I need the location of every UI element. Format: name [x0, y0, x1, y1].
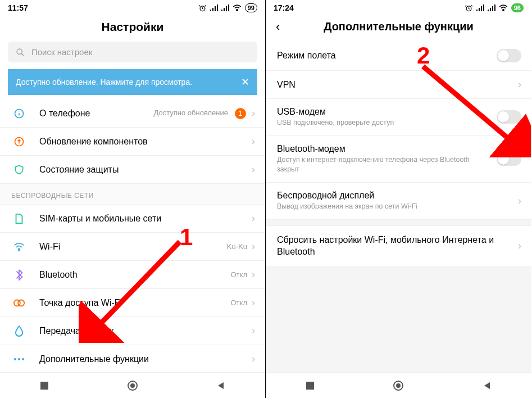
signal-icon-2 [221, 4, 229, 11]
svg-rect-11 [40, 382, 48, 390]
battery-badge: 99 [245, 3, 257, 12]
wifi-icon [233, 4, 242, 11]
row-title: Точка доступа Wi-Fi [39, 298, 231, 308]
close-icon[interactable]: ✕ [241, 76, 249, 88]
chevron-right-icon: › [252, 297, 255, 309]
row-title: SIM-карты и мобильные сети [39, 214, 252, 224]
chevron-right-icon: › [252, 107, 255, 119]
svg-point-10 [22, 358, 24, 360]
row-bt-modem[interactable]: Bluetooth-модем Доступ к интернет-подклю… [266, 136, 531, 183]
chevron-right-icon: › [252, 269, 255, 281]
nav-home-button[interactable] [126, 379, 139, 392]
usb-toggle[interactable] [497, 110, 521, 124]
update-banner-text: Доступно обновление. Нажмите для просмот… [16, 78, 192, 87]
row-title: О телефоне [39, 108, 153, 119]
sim-icon [11, 213, 27, 224]
chevron-right-icon: › [252, 353, 255, 365]
row-value: Откл [231, 298, 248, 307]
row-title: Bluetooth-модем [277, 144, 492, 154]
alarm-icon [465, 4, 473, 12]
row-sub: Доступ к интернет-подключению телефона ч… [277, 155, 492, 174]
update-banner[interactable]: Доступно обновление. Нажмите для просмот… [8, 69, 257, 95]
search-placeholder: Поиск настроек [31, 47, 92, 57]
row-airplane[interactable]: Режим полета [266, 41, 531, 71]
row-title: Беспроводной дисплей [277, 191, 518, 201]
status-time: 11:57 [8, 3, 28, 12]
row-title: Обновление компонентов [39, 137, 252, 147]
battery-badge: 96 [511, 3, 524, 12]
row-usb-modem[interactable]: USB-модем USB подключено, проверьте дост… [266, 99, 531, 136]
header: ‹ Дополнительные функции [266, 16, 531, 41]
svg-point-7 [18, 300, 24, 306]
nav-bar [266, 372, 531, 398]
svg-point-2 [17, 49, 22, 54]
svg-point-18 [396, 383, 401, 388]
signal-icon-1 [476, 4, 484, 11]
row-title: Bluetooth [39, 270, 231, 280]
nav-recent-button[interactable] [38, 379, 51, 392]
airplane-toggle[interactable] [497, 49, 521, 62]
svg-point-9 [18, 358, 20, 360]
row-title: Wi-Fi [39, 242, 227, 252]
row-sub: Доступно обновление [153, 108, 228, 117]
row-wireless-display[interactable]: Беспроводной дисплей Вывод изображения н… [266, 183, 531, 219]
row-title: Сбросить настройки Wi-Fi, мобильного Инт… [277, 234, 518, 258]
row-data-usage[interactable]: Передача данных › [0, 317, 265, 345]
row-sub: Вывод изображения на экран по сети Wi-Fi [277, 202, 518, 211]
more-icon [11, 358, 27, 361]
row-title: Дополнительные функции [39, 354, 252, 364]
row-hotspot[interactable]: Точка доступа Wi-Fi Откл › [0, 289, 265, 317]
section-header-wireless: БЕСПРОВОДНЫЕ СЕТИ [0, 183, 265, 205]
row-value: Ku-Ku [227, 242, 247, 251]
nav-back-button[interactable] [215, 379, 227, 392]
svg-point-8 [14, 358, 16, 360]
hotspot-icon [11, 298, 27, 307]
row-vpn[interactable]: VPN › [266, 71, 531, 99]
row-reset-network[interactable]: Сбросить настройки Wi-Fi, мобильного Инт… [266, 226, 531, 266]
signal-icon-1 [210, 4, 218, 11]
droplet-icon [11, 325, 27, 337]
row-components[interactable]: Обновление компонентов › [0, 128, 265, 156]
svg-point-1 [237, 10, 238, 11]
row-about-phone[interactable]: О телефоне Доступно обновление 1 › [0, 100, 265, 128]
search-icon [16, 48, 25, 57]
chevron-right-icon: › [252, 241, 255, 252]
left-phone-screen: 11:57 99 Настройки Поиск настроек Доступ… [0, 0, 266, 398]
row-sim[interactable]: SIM-карты и мобильные сети › [0, 205, 265, 233]
wifi-icon [499, 4, 508, 11]
nav-back-button[interactable] [481, 379, 493, 392]
status-bar: 11:57 99 [0, 0, 265, 16]
chevron-right-icon: › [252, 164, 255, 175]
chevron-right-icon: › [518, 79, 521, 91]
status-time: 17:24 [274, 3, 294, 12]
info-icon [11, 108, 27, 119]
row-bluetooth[interactable]: Bluetooth Откл › [0, 261, 265, 289]
search-input[interactable]: Поиск настроек [8, 42, 257, 62]
row-title: USB-модем [277, 107, 492, 117]
svg-point-15 [503, 10, 504, 11]
upload-icon [11, 136, 27, 147]
row-title: Передача данных [39, 326, 252, 336]
page-title: Настройки [0, 16, 265, 42]
row-title: VPN [277, 80, 518, 90]
signal-icon-2 [488, 4, 495, 11]
blank-area [266, 266, 531, 372]
settings-list: О телефоне Доступно обновление 1 › Обнов… [0, 100, 265, 372]
back-button[interactable]: ‹ [276, 21, 280, 33]
chevron-right-icon: › [252, 212, 255, 224]
wifi-icon [11, 242, 27, 251]
shield-icon [11, 164, 27, 175]
chevron-right-icon: › [252, 135, 255, 147]
update-badge: 1 [235, 108, 246, 119]
status-bar: 17:24 96 [266, 0, 531, 16]
chevron-right-icon: › [518, 195, 521, 207]
row-wifi[interactable]: Wi-Fi Ku-Ku › [0, 233, 265, 261]
nav-recent-button[interactable] [304, 379, 316, 392]
bt-modem-toggle[interactable] [497, 152, 521, 166]
nav-home-button[interactable] [392, 379, 404, 392]
row-security[interactable]: Состояние защиты › [0, 156, 265, 183]
alarm-icon [198, 4, 207, 12]
row-value: Откл [231, 270, 248, 279]
row-additional[interactable]: Дополнительные функции › [0, 345, 265, 372]
svg-point-5 [19, 249, 20, 251]
